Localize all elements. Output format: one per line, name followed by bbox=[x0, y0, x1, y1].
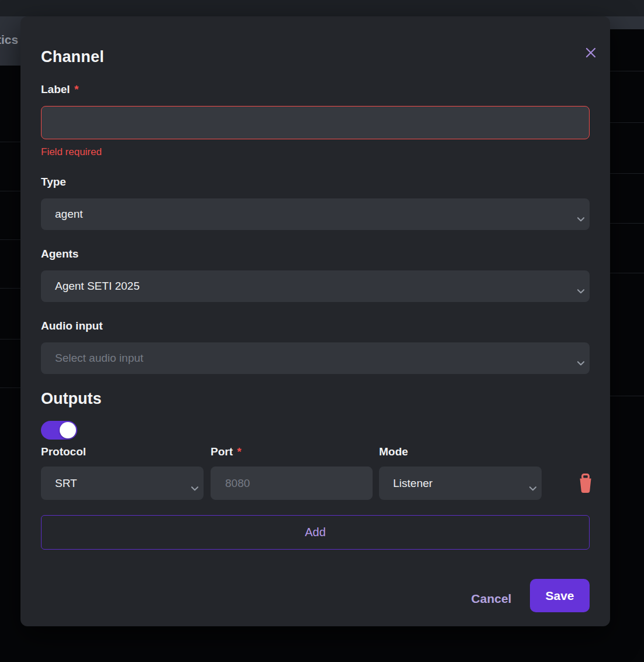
table-row bbox=[610, 123, 644, 174]
protocol-select-value: SRT bbox=[55, 477, 190, 490]
table-row bbox=[610, 224, 644, 273]
channel-dialog: Channel Label * Field required Type agen… bbox=[20, 16, 610, 626]
port-label-text: Port bbox=[211, 445, 233, 458]
audio-input-field-label: Audio input bbox=[41, 320, 103, 332]
agents-select[interactable]: Agent SETI 2025 bbox=[41, 270, 590, 302]
type-field-label: Type bbox=[41, 176, 66, 188]
mode-select-value: Listener bbox=[393, 477, 528, 490]
mode-field-label: Mode bbox=[379, 445, 408, 458]
table-row bbox=[610, 174, 644, 224]
protocol-select[interactable]: SRT bbox=[41, 467, 204, 500]
save-button[interactable]: Save bbox=[530, 579, 590, 612]
page-top-strip bbox=[0, 0, 644, 16]
close-icon bbox=[584, 46, 597, 59]
mode-select[interactable]: Listener bbox=[379, 467, 542, 500]
label-error-message: Field required bbox=[41, 146, 102, 158]
trash-icon bbox=[577, 474, 594, 493]
label-field-label: Label * bbox=[41, 83, 78, 96]
cancel-button[interactable]: Cancel bbox=[453, 582, 529, 615]
protocol-field-label: Protocol bbox=[41, 445, 86, 458]
type-select[interactable]: agent bbox=[41, 198, 590, 230]
close-button[interactable] bbox=[579, 41, 602, 64]
port-field-label: Port * bbox=[211, 445, 242, 458]
delete-output-button[interactable] bbox=[573, 470, 598, 497]
outputs-toggle[interactable] bbox=[41, 421, 77, 440]
nav-item-partial[interactable]: tics bbox=[0, 33, 18, 47]
agents-select-value: Agent SETI 2025 bbox=[55, 280, 576, 293]
toggle-knob bbox=[60, 422, 76, 438]
port-input[interactable] bbox=[211, 467, 373, 500]
table-row bbox=[610, 29, 644, 71]
audio-input-placeholder: Select audio input bbox=[55, 352, 576, 365]
label-text: Label bbox=[41, 83, 70, 95]
outputs-heading: Outputs bbox=[41, 390, 101, 408]
table-row bbox=[610, 71, 644, 123]
required-asterisk: * bbox=[74, 83, 78, 95]
background-table-right bbox=[610, 29, 644, 662]
type-select-value: agent bbox=[55, 208, 576, 221]
audio-input-select[interactable]: Select audio input bbox=[41, 342, 590, 374]
agents-field-label: Agents bbox=[41, 248, 78, 260]
dialog-title: Channel bbox=[41, 48, 104, 66]
table-row bbox=[610, 273, 644, 396]
required-asterisk: * bbox=[237, 445, 241, 458]
label-input[interactable] bbox=[41, 106, 590, 139]
add-output-button[interactable]: Add bbox=[41, 515, 590, 550]
